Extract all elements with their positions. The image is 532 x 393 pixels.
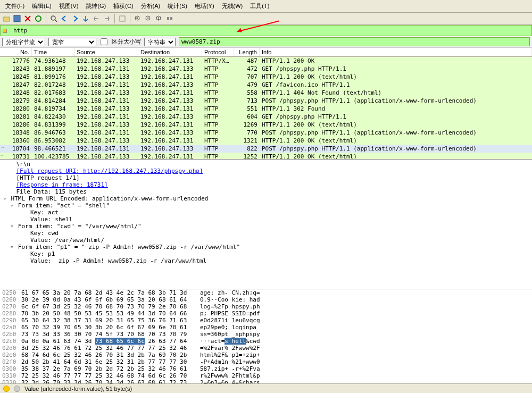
menu-item[interactable]: 统计(S): [164, 1, 190, 11]
menu-item[interactable]: 跳转(G): [82, 1, 109, 11]
detail-line[interactable]: [HTTP request 1/1]: [0, 174, 532, 181]
packet-row[interactable]: 1836086.953082192.168.247.133192.168.247…: [0, 137, 532, 145]
hex-row[interactable]: 025061 67 65 3a 20 7a 68 2d 43 4e 2c 7a …: [0, 289, 532, 296]
svg-rect-0: [3, 17, 10, 21]
packet-row[interactable]: 18731100.423785192.168.247.133192.168.24…: [0, 153, 532, 160]
hex-dump[interactable]: 025061 67 65 3a 20 7a 68 2d 43 4e 2c 7a …: [0, 289, 532, 387]
menu-item[interactable]: 编辑(E): [29, 1, 55, 11]
menu-item[interactable]: 电话(Y): [192, 1, 218, 11]
search-scope-select[interactable]: 分组字节流: [2, 38, 45, 46]
close-icon[interactable]: [23, 14, 32, 23]
hex-row[interactable]: 02e068 74 6d 6c 25 32 46 26 70 31 3d 2b …: [0, 352, 532, 358]
detail-line[interactable]: ▿ Form item: "cwd" = "/var/www/html/": [0, 223, 532, 230]
column-header[interactable]: Destination: [138, 48, 202, 56]
hex-row[interactable]: 030035 38 37 2e 7a 69 70 2b 2d 72 2b 25 …: [0, 365, 532, 372]
packet-list[interactable]: No.TimeSourceDestinationProtocolLengthIn…: [0, 48, 532, 160]
hex-row[interactable]: 02a065 70 32 39 70 65 30 3b 20 6c 6f 67 …: [0, 324, 532, 331]
detail-line[interactable]: ▿ HTML Form URL Encoded: application/x-w…: [0, 195, 532, 202]
hex-row[interactable]: 026030 2e 39 0d 0a 43 6f 6f 6b 69 65 3a …: [0, 296, 532, 303]
expert-info-icon[interactable]: [3, 386, 10, 392]
detail-line[interactable]: Value: shell: [0, 216, 532, 223]
packet-row[interactable]: 1870498.466521192.168.247.131192.168.247…: [0, 145, 532, 153]
hex-row[interactable]: 02b073 73 3d 33 36 30 70 74 5f 73 70 68 …: [0, 331, 532, 338]
open-icon[interactable]: [2, 14, 11, 23]
hex-row[interactable]: 031072 25 32 46 77 77 77 25 32 46 68 74 …: [0, 372, 532, 379]
detail-line[interactable]: ▿ Form item: "act" = "shell": [0, 202, 532, 209]
save-icon[interactable]: [13, 14, 21, 23]
detail-line[interactable]: Value: zip -P Adm1n! www0587.zip -r /var…: [0, 257, 532, 264]
capture-info-icon[interactable]: [14, 386, 20, 392]
column-header[interactable]: Source: [74, 48, 138, 56]
reload-icon[interactable]: [34, 14, 43, 23]
detail-line[interactable]: Key: p1: [0, 250, 532, 257]
tree-toggle-icon[interactable]: ▿: [9, 244, 14, 250]
menu-item[interactable]: 工具(T): [247, 1, 272, 11]
column-header[interactable]: No.: [0, 48, 32, 56]
status-bar: Value (urlencoded-form.value), 51 byte(s…: [0, 383, 532, 393]
svg-rect-1: [14, 15, 20, 22]
detail-link[interactable]: [Full request URI: http://192.168.247.13…: [16, 168, 203, 174]
tree-toggle-icon[interactable]: ▿: [9, 223, 14, 230]
detail-line[interactable]: \r\n: [0, 161, 532, 168]
detail-line[interactable]: Value: /var/www/html/: [0, 237, 532, 244]
detail-line[interactable]: File Data: 115 bytes: [0, 188, 532, 195]
column-header[interactable]: Info: [260, 48, 532, 56]
packet-row[interactable]: 1834886.946763192.168.247.131192.168.247…: [0, 129, 532, 137]
svg-point-5: [51, 16, 55, 20]
detail-line[interactable]: [Full request URI: http://192.168.247.13…: [0, 168, 532, 174]
packet-row[interactable]: 1777674.936148192.168.247.133192.168.247…: [0, 57, 532, 65]
detail-line[interactable]: Key: act: [0, 209, 532, 216]
menu-item[interactable]: 文件(F): [2, 1, 28, 11]
column-header[interactable]: Time: [32, 48, 74, 56]
search-width-select[interactable]: 宽窄: [48, 38, 96, 46]
menu-item[interactable]: 捕获(C): [110, 1, 136, 11]
hex-row[interactable]: 028070 3b 20 50 48 50 53 45 53 53 49 44 …: [0, 310, 532, 317]
hex-row[interactable]: 029065 30 64 32 38 37 31 69 20 31 65 75 …: [0, 317, 532, 324]
tree-toggle-icon[interactable]: ▿: [9, 202, 14, 209]
svg-rect-15: [167, 17, 169, 20]
packet-row[interactable]: 1828084.819734192.168.247.133192.168.247…: [0, 105, 532, 113]
packet-details[interactable]: \r\n [Full request URI: http://192.168.2…: [0, 160, 532, 289]
hex-row[interactable]: 02f02d 50 2b 41 64 6d 31 6e 25 32 31 2b …: [0, 358, 532, 365]
packet-row[interactable]: 1827984.814284192.168.247.131192.168.247…: [0, 97, 532, 105]
hex-row[interactable]: 02706c 6f 67 3d 25 32 46 70 68 70 73 70 …: [0, 303, 532, 310]
column-header[interactable]: Protocol: [202, 48, 234, 56]
svg-rect-7: [120, 16, 125, 21]
menu-item[interactable]: 视图(V): [56, 1, 82, 11]
search-type-select[interactable]: 字符串: [144, 38, 176, 46]
find-icon[interactable]: [49, 14, 58, 23]
svg-point-4: [36, 16, 41, 21]
detail-line[interactable]: Key: cwd: [0, 230, 532, 237]
jump-icon[interactable]: [81, 14, 90, 23]
tree-toggle-icon[interactable]: ▿: [2, 195, 7, 202]
detail-line[interactable]: [Response in frame: 18731]: [0, 181, 532, 188]
autoscroll-icon[interactable]: [118, 14, 127, 23]
resize-icon[interactable]: [165, 14, 174, 23]
column-header[interactable]: Length: [234, 48, 260, 56]
packet-row[interactable]: 1824782.017248192.168.247.131192.168.247…: [0, 81, 532, 89]
zoom-out-icon[interactable]: [144, 14, 153, 23]
menu-item[interactable]: 无线(W): [219, 1, 246, 11]
main-toolbar: 1: [0, 13, 532, 25]
back-icon[interactable]: [60, 14, 69, 23]
packet-row[interactable]: 1824581.899176192.168.247.133192.168.247…: [0, 73, 532, 81]
first-icon[interactable]: [92, 14, 101, 23]
status-text: Value (urlencoded-form.value), 51 byte(s…: [24, 386, 132, 392]
packet-row[interactable]: 1828684.831399192.168.247.133192.168.247…: [0, 121, 532, 129]
filter-indicator: [3, 29, 7, 33]
detail-line[interactable]: ▿ Form item: "p1" = " zip -P Adm1n! www0…: [0, 244, 532, 250]
hex-row[interactable]: 02c00a 0d 0a 61 63 74 3d 73 68 65 6c 6c …: [0, 338, 532, 345]
packet-row[interactable]: 1824381.889197192.168.247.131192.168.247…: [0, 65, 532, 73]
menu-item[interactable]: 分析(A): [138, 1, 164, 11]
zoom-reset-icon[interactable]: 1: [155, 14, 163, 23]
packet-row[interactable]: 1824882.017683192.168.247.133192.168.247…: [0, 89, 532, 97]
search-input[interactable]: www0587.zip: [179, 37, 530, 46]
hex-row[interactable]: 02d03d 25 32 46 76 61 72 25 32 46 77 77 …: [0, 345, 532, 352]
detail-link[interactable]: [Response in frame: 18731]: [16, 181, 108, 188]
case-sensitive-checkbox[interactable]: [101, 38, 107, 45]
last-icon[interactable]: [103, 14, 111, 23]
packet-row[interactable]: 1828184.822430192.168.247.131192.168.247…: [0, 113, 532, 121]
forward-icon[interactable]: [71, 14, 79, 23]
display-filter-input[interactable]: [11, 27, 529, 35]
zoom-in-icon[interactable]: [134, 14, 142, 23]
